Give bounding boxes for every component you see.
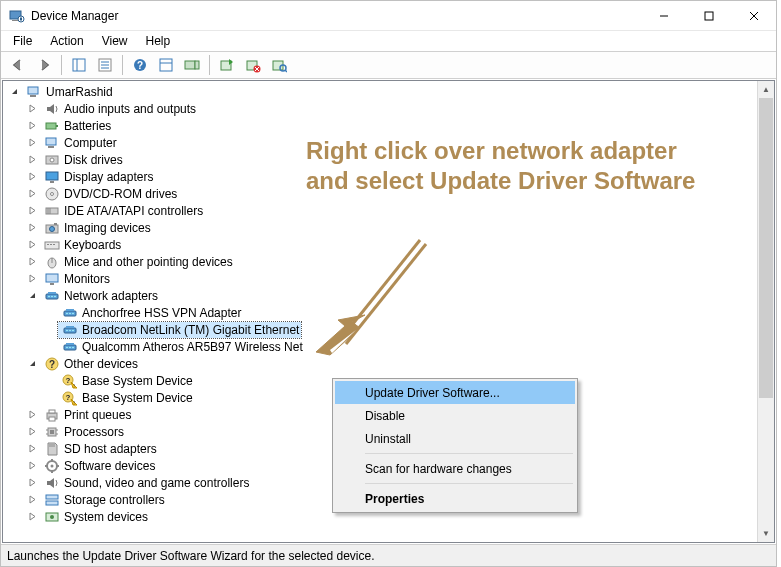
expander-icon[interactable] [25, 509, 40, 524]
expander-icon[interactable] [25, 288, 40, 303]
tree-item-3[interactable]: Disk drives [3, 151, 774, 168]
tree-item-9[interactable]: Mice and other pointing devices [3, 253, 774, 270]
svg-rect-86 [50, 430, 54, 434]
expander-icon[interactable] [7, 84, 22, 99]
toolbar-separator [61, 55, 62, 75]
expander-icon[interactable] [25, 441, 40, 456]
expander-icon[interactable] [25, 220, 40, 235]
svg-line-27 [285, 70, 287, 72]
tree-item-7[interactable]: Imaging devices [3, 219, 774, 236]
svg-point-56 [48, 295, 50, 297]
tree-item-4[interactable]: Display adapters [3, 168, 774, 185]
menu-action[interactable]: Action [42, 32, 91, 50]
scroll-down-button[interactable]: ▼ [758, 525, 774, 542]
tree-item-6[interactable]: IDE ATA/ATAPI controllers [3, 202, 774, 219]
context-item-4[interactable]: Scan for hardware changes [335, 457, 575, 480]
scan-button[interactable] [154, 54, 178, 76]
expander-icon[interactable] [25, 237, 40, 252]
menu-view[interactable]: View [94, 32, 136, 50]
expander-icon[interactable] [25, 254, 40, 269]
tree-root[interactable]: UmarRashid [3, 83, 774, 100]
svg-rect-3 [20, 17, 22, 20]
show-hide-tree-button[interactable] [67, 54, 91, 76]
expander-icon[interactable] [25, 475, 40, 490]
disc-icon [44, 186, 60, 202]
camera-icon [44, 220, 60, 236]
keyboard-icon [44, 237, 60, 253]
tree-item-11[interactable]: Network adapters [3, 287, 774, 304]
tree-item-5[interactable]: DVD/CD-ROM drives [3, 185, 774, 202]
tree-item-15[interactable]: ?Other devices [3, 355, 774, 372]
svg-rect-8 [73, 59, 85, 71]
properties-button[interactable] [93, 54, 117, 76]
expander-icon[interactable] [25, 203, 40, 218]
tree-item-12[interactable]: Anchorfree HSS VPN Adapter [3, 304, 774, 321]
expander-icon[interactable] [25, 186, 40, 201]
svg-rect-37 [50, 181, 54, 183]
menu-file[interactable]: File [5, 32, 40, 50]
uninstall-button[interactable] [241, 54, 265, 76]
expander-icon[interactable] [25, 492, 40, 507]
expander-icon[interactable] [25, 356, 40, 371]
device-manager-window: Device Manager File Action View Help ? [0, 0, 777, 567]
svg-rect-84 [49, 417, 55, 421]
expander-icon[interactable] [25, 458, 40, 473]
scan-hardware-button[interactable] [267, 54, 291, 76]
enable-button[interactable] [215, 54, 239, 76]
tree-item-14[interactable]: Qualcomm Atheros AR5B97 Wireless Net [3, 338, 774, 355]
tree-item-label: Print queues [64, 408, 131, 422]
update-driver-button[interactable] [180, 54, 204, 76]
svg-point-35 [50, 158, 54, 162]
close-button[interactable] [731, 1, 776, 30]
forward-button[interactable] [32, 54, 56, 76]
context-item-0[interactable]: Update Driver Software... [335, 381, 575, 404]
tree-item-label: Imaging devices [64, 221, 151, 235]
expander-icon[interactable] [25, 407, 40, 422]
tree-item-label: Batteries [64, 119, 111, 133]
tree-item-8[interactable]: Keyboards [3, 236, 774, 253]
context-item-2[interactable]: Uninstall [335, 427, 575, 450]
back-button[interactable] [6, 54, 30, 76]
expander-icon[interactable] [25, 271, 40, 286]
app-icon [9, 8, 25, 24]
context-item-1[interactable]: Disable [335, 404, 575, 427]
menu-help[interactable]: Help [138, 32, 179, 50]
speaker-icon [44, 475, 60, 491]
maximize-button[interactable] [686, 1, 731, 30]
expander-icon[interactable] [25, 152, 40, 167]
expander-icon[interactable] [25, 424, 40, 439]
tree-item-13[interactable]: Broadcom NetLink (TM) Gigabit Ethernet [3, 321, 774, 338]
svg-rect-45 [54, 223, 57, 225]
svg-point-39 [51, 192, 54, 195]
expander-icon[interactable] [25, 135, 40, 150]
tree-item-0[interactable]: Audio inputs and outputs [3, 100, 774, 117]
expander-icon[interactable] [25, 101, 40, 116]
vertical-scrollbar[interactable]: ▲ ▼ [757, 81, 774, 542]
svg-point-95 [51, 464, 54, 467]
help-button[interactable]: ? [128, 54, 152, 76]
tree-item-1[interactable]: Batteries [3, 117, 774, 134]
svg-point-67 [69, 329, 71, 331]
tree-item-label: Base System Device [82, 391, 193, 405]
window-title: Device Manager [31, 9, 118, 23]
tree-item-label: Network adapters [64, 289, 158, 303]
storage-icon [44, 492, 60, 508]
tree-item-label: Computer [64, 136, 117, 150]
scroll-up-button[interactable]: ▲ [758, 81, 774, 98]
svg-rect-70 [66, 343, 74, 345]
svg-point-71 [66, 346, 68, 348]
speaker-icon [44, 101, 60, 117]
expander-icon[interactable] [25, 169, 40, 184]
status-text: Launches the Update Driver Software Wiza… [7, 549, 375, 563]
tree-item-10[interactable]: Monitors [3, 270, 774, 287]
tree-item-label: Audio inputs and outputs [64, 102, 196, 116]
context-item-6[interactable]: Properties [335, 487, 575, 510]
toolbar-separator [209, 55, 210, 75]
minimize-button[interactable] [641, 1, 686, 30]
svg-rect-33 [48, 146, 54, 148]
expander-icon[interactable] [25, 118, 40, 133]
scroll-thumb[interactable] [759, 98, 773, 398]
tree-item-label: System devices [64, 510, 148, 524]
context-separator [365, 483, 573, 484]
tree-item-2[interactable]: Computer [3, 134, 774, 151]
